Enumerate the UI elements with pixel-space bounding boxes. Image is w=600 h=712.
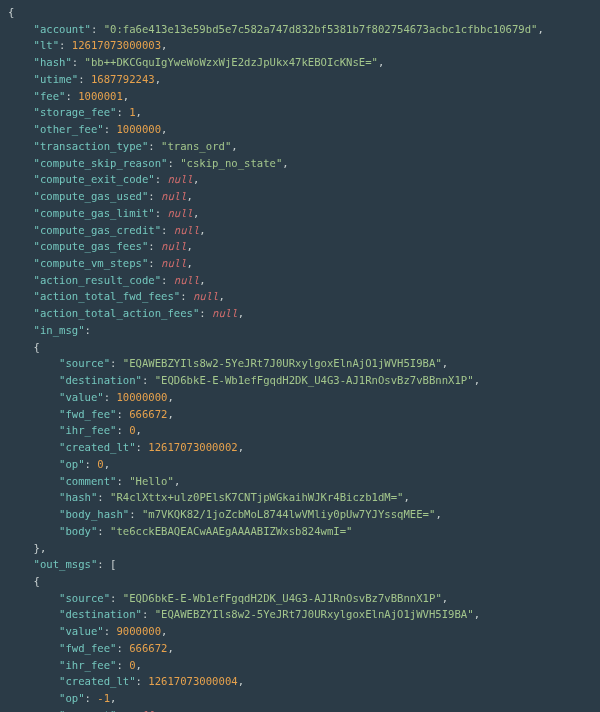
action-total-action-fees-value: null bbox=[212, 307, 238, 319]
compute-skip-reason-value: "cskip_no_state" bbox=[180, 157, 282, 169]
in-msg-fwd-fee-value: 666672 bbox=[129, 408, 167, 420]
lt-value: 12617073000003 bbox=[72, 39, 161, 51]
json-code-block: { "account": "0:fa6e413e13e59bd5e7c582a7… bbox=[0, 0, 600, 712]
in-msg-body-value: "te6cckEBAQEACwAAEgAAAABIZWxsb824wmI=" bbox=[110, 525, 352, 537]
out-msg-value-value: 9000000 bbox=[116, 625, 161, 637]
out-msg-destination-value: "EQAWEBZYIls8w2-5YeJRt7J0URxylgoxElnAjO1… bbox=[155, 608, 474, 620]
compute-exit-code-value: null bbox=[167, 173, 193, 185]
hash-value: "bb++DKCGquIgYweWoWzxWjE2dzJpUkx47kEBOIc… bbox=[85, 56, 378, 68]
compute-vm-steps-value: null bbox=[161, 257, 187, 269]
in-msg-value-value: 10000000 bbox=[116, 391, 167, 403]
action-result-code-value: null bbox=[174, 274, 200, 286]
compute-gas-credit-value: null bbox=[174, 224, 200, 236]
in-msg-comment-value: "Hello" bbox=[129, 475, 174, 487]
in-msg-created-lt-value: 12617073000002 bbox=[148, 441, 237, 453]
compute-gas-used-value: null bbox=[161, 190, 187, 202]
in-msg-source-value: "EQAWEBZYIls8w2-5YeJRt7J0URxylgoxElnAjO1… bbox=[123, 357, 442, 369]
out-msg-fwd-fee-value: 666672 bbox=[129, 642, 167, 654]
transaction-type-value: "trans_ord" bbox=[161, 140, 231, 152]
in-msg-body-hash-value: "m7VKQK82/1joZcbMoL8744lwVMliy0pUw7YJYss… bbox=[142, 508, 435, 520]
out-msg-source-value: "EQD6bkE-E-Wb1efFgqdH2DK_U4G3-AJ1RnOsvBz… bbox=[123, 592, 442, 604]
compute-gas-limit-value: null bbox=[167, 207, 193, 219]
out-msg-created-lt-value: 12617073000004 bbox=[148, 675, 237, 687]
fee-value: 1000001 bbox=[78, 90, 123, 102]
in-msg-destination-value: "EQD6bkE-E-Wb1efFgqdH2DK_U4G3-AJ1RnOsvBz… bbox=[155, 374, 474, 386]
in-msg-hash-value: "R4clXttx+ulz0PElsK7CNTjpWGkaihWJKr4Bicz… bbox=[110, 491, 403, 503]
action-total-fwd-fees-value: null bbox=[193, 290, 219, 302]
account-value: "0:fa6e413e13e59bd5e7c582a747d832bf5381b… bbox=[104, 23, 538, 35]
out-msg-op-value: -1 bbox=[97, 692, 110, 704]
utime-value: 1687792243 bbox=[91, 73, 155, 85]
other-fee-value: 1000000 bbox=[116, 123, 161, 135]
compute-gas-fees-value: null bbox=[161, 240, 187, 252]
